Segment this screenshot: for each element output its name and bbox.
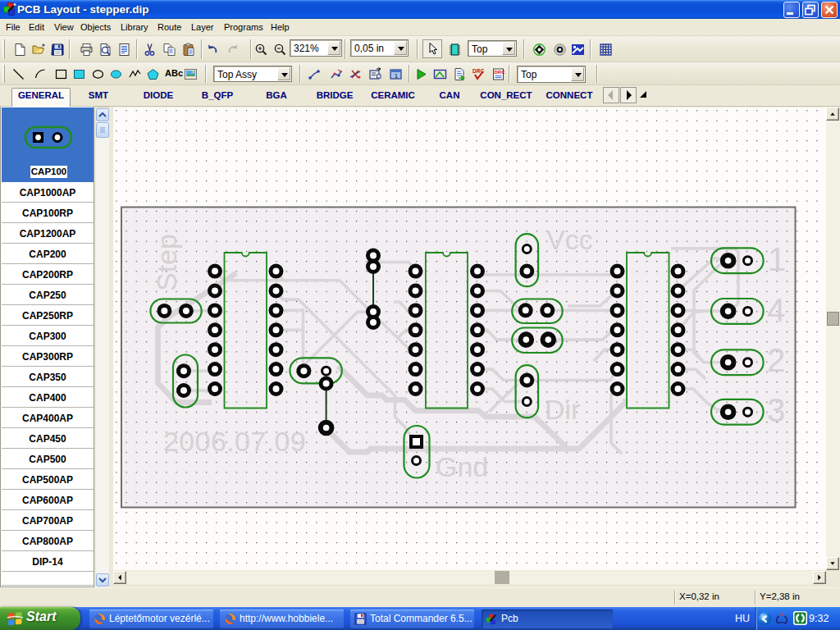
svg-text:1: 1 xyxy=(395,73,398,79)
svg-text:3: 3 xyxy=(767,392,785,428)
svg-text:Gnd: Gnd xyxy=(436,451,488,482)
svg-text:1: 1 xyxy=(768,241,786,277)
svg-text:Step: Step xyxy=(151,234,182,291)
svg-text:Vcc: Vcc xyxy=(546,224,593,255)
svg-text:4: 4 xyxy=(767,292,785,328)
svg-text:2: 2 xyxy=(767,342,785,378)
svg-text:2006.07.09: 2006.07.09 xyxy=(163,426,306,457)
svg-text:Dir: Dir xyxy=(545,394,580,425)
svg-text:DRC: DRC xyxy=(495,70,506,75)
